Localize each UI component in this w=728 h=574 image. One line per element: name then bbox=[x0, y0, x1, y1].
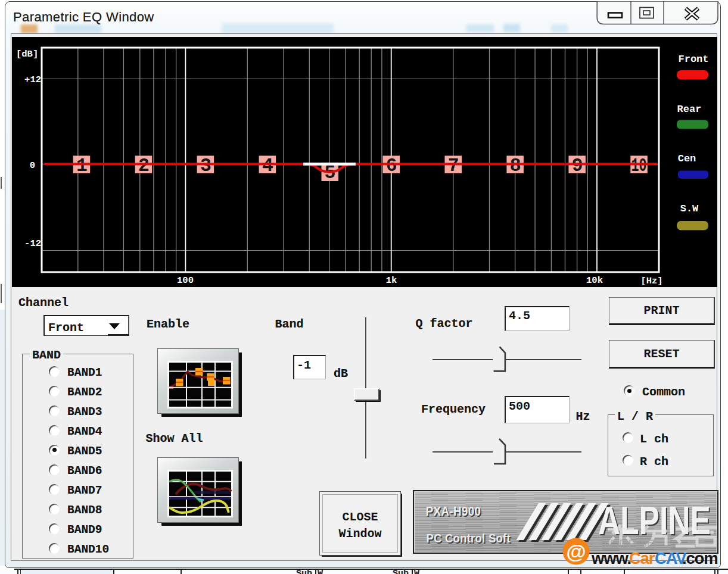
svg-text:6: 6 bbox=[386, 155, 397, 176]
svg-text:10k: 10k bbox=[586, 275, 603, 286]
svg-text:3: 3 bbox=[200, 155, 211, 176]
svg-text:1: 1 bbox=[76, 155, 88, 176]
svg-text:0: 0 bbox=[30, 160, 35, 171]
svg-text:-12: -12 bbox=[24, 238, 41, 249]
svg-text:1k: 1k bbox=[386, 275, 397, 286]
svg-text:10: 10 bbox=[631, 155, 647, 176]
svg-text:100: 100 bbox=[177, 275, 194, 286]
svg-text:PXA-H900: PXA-H900 bbox=[426, 504, 481, 519]
svg-text:4: 4 bbox=[262, 155, 273, 176]
svg-text:[Hz]: [Hz] bbox=[640, 276, 662, 286]
svg-text:www.: www. bbox=[591, 549, 631, 567]
svg-text:.com: .com bbox=[682, 549, 717, 567]
svg-text:8: 8 bbox=[510, 155, 521, 176]
svg-text:@: @ bbox=[566, 540, 586, 563]
svg-text:S.W: S.W bbox=[680, 203, 699, 214]
svg-text:2: 2 bbox=[138, 155, 150, 176]
svg-text:Car: Car bbox=[629, 549, 655, 567]
svg-text:Rear: Rear bbox=[677, 104, 702, 115]
svg-text:Front: Front bbox=[678, 54, 708, 65]
svg-text:Cen: Cen bbox=[678, 153, 696, 164]
svg-text:9: 9 bbox=[572, 155, 583, 176]
svg-text:[dB]: [dB] bbox=[16, 49, 38, 60]
svg-text:+12: +12 bbox=[24, 74, 41, 85]
svg-text:7: 7 bbox=[448, 155, 459, 176]
svg-text:PC Control Soft: PC Control Soft bbox=[426, 531, 511, 545]
